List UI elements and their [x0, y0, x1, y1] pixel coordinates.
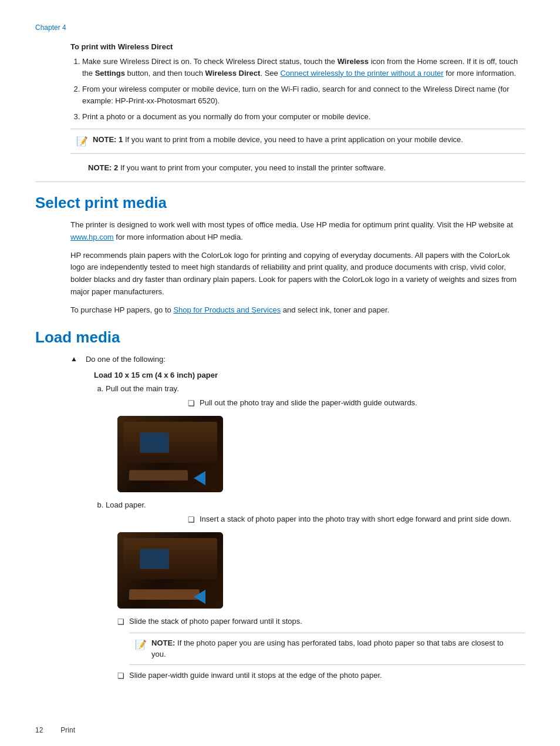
printer-screen-1: [140, 432, 169, 453]
step-1: Make sure Wireless Direct is on. To chec…: [82, 56, 525, 79]
note-1-label: NOTE: 1: [93, 135, 123, 144]
printer-tray-2: [129, 589, 200, 600]
footer-section: Print: [60, 726, 75, 734]
step-a-sub-item: ❑ Pull out the photo tray and slide the …: [188, 397, 525, 409]
do-one-line: ▲ Do one of the following:: [35, 354, 525, 365]
load-media-title: Load media: [35, 328, 525, 347]
step1-mid2: button, and then touch: [125, 69, 205, 78]
step-a-sub-text: Pull out the photo tray and slide the pa…: [200, 397, 417, 409]
note-1-content: NOTE: 1 If you want to print from a mobi…: [93, 134, 463, 146]
note-icon-1: 📝: [76, 135, 88, 149]
printer-image-1: [117, 416, 223, 492]
divider-1: [35, 182, 525, 182]
hp-com-link[interactable]: www.hp.com: [70, 233, 114, 241]
connect-wirelessly-link[interactable]: Connect wirelessly to the printer withou…: [280, 69, 443, 78]
triangle-icon: ▲: [70, 354, 77, 364]
checkbox-icon-d: ❑: [117, 670, 124, 682]
step-c-item: ❑ Slide the stack of photo paper forward…: [117, 616, 525, 628]
printer-body-1: [123, 422, 217, 463]
step1-see: . See: [260, 69, 280, 78]
step1-wireless-bold: Wireless: [338, 57, 369, 66]
step-a-checkbox-list: ❑ Pull out the photo tray and slide the …: [106, 397, 525, 409]
arrow-blue-1: [194, 471, 205, 485]
page-footer: 12 Print: [35, 726, 75, 734]
printer-body-2: [123, 538, 217, 579]
step-b-checkbox-list: ❑ Insert a stack of photo paper into the…: [106, 513, 525, 526]
arrow-blue-2: [194, 590, 205, 604]
alpha-steps-list-b: Load paper. ❑ Insert a stack of photo pa…: [35, 499, 525, 525]
note-2-indent: NOTE: 2 If you want to print from your c…: [82, 159, 525, 177]
step-d-item: ❑ Slide paper-width guide inward until i…: [117, 670, 525, 682]
load-subsection-title: Load 10 x 15 cm (4 x 6 inch) paper: [35, 371, 525, 379]
step-d-text: Slide paper-width guide inward until it …: [129, 670, 382, 681]
alpha-steps-list: Pull out the main tray. ❑ Pull out the p…: [35, 383, 525, 409]
note-1-box: 📝 NOTE: 1 If you want to print from a mo…: [70, 129, 525, 154]
step-b-sub-item: ❑ Insert a stack of photo paper into the…: [188, 513, 525, 526]
printer-tray-1: [129, 470, 188, 480]
printer-image-inner-1: [117, 416, 223, 492]
step-b-sub-text: Insert a stack of photo paper into the p…: [200, 513, 511, 525]
select-print-para2: HP recommends plain papers with the Colo…: [35, 250, 525, 298]
checkbox-icon-b: ❑: [188, 514, 195, 526]
footer-page-number: 12: [35, 726, 43, 734]
step-d-list: ❑ Slide paper-width guide inward until i…: [35, 670, 525, 682]
step-3: Print a photo or a document as you norma…: [82, 111, 525, 123]
steps-list: Make sure Wireless Direct is on. To chec…: [35, 56, 525, 123]
alpha-step-a: Pull out the main tray. ❑ Pull out the p…: [106, 383, 525, 409]
step-b-text: Load paper.: [106, 500, 146, 509]
step-c-text: Slide the stack of photo paper forward u…: [129, 616, 302, 627]
step-c-list: ❑ Slide the stack of photo paper forward…: [35, 616, 525, 628]
select-print-para1: The printer is designed to work well wit…: [35, 219, 525, 244]
step1-wd-bold: Wireless Direct: [205, 69, 261, 78]
select-print-para3: To purchase HP papers, go to Shop for Pr…: [35, 304, 525, 317]
note-inline-text: If the photo paper you are using has per…: [151, 639, 504, 659]
note-inline-box: 📝 NOTE: If the photo paper you are using…: [129, 633, 525, 665]
step1-text-before: Make sure Wireless Direct is on. To chec…: [82, 57, 338, 66]
step1-settings-bold: Settings: [95, 69, 125, 78]
printer-screen-2: [140, 549, 169, 569]
printer-image-inner-2: [117, 532, 223, 609]
note-2-label: NOTE: 2: [88, 163, 118, 172]
checkbox-icon-c: ❑: [117, 616, 124, 628]
do-one-text: Do one of the following:: [86, 354, 166, 365]
note-inline-icon: 📝: [135, 638, 147, 652]
note-2-text: If you want to print from your computer,…: [120, 163, 386, 172]
load-media-section: Load media ▲ Do one of the following: Lo…: [35, 328, 525, 682]
wireless-direct-title: To print with Wireless Direct: [35, 42, 525, 51]
step1-end2: for more information.: [444, 69, 517, 78]
note-inline-label: NOTE:: [151, 639, 175, 647]
alpha-step-b: Load paper. ❑ Insert a stack of photo pa…: [106, 499, 525, 525]
select-print-media-title: Select print media: [35, 194, 525, 212]
note-1-text: If you want to print from a mobile devic…: [125, 135, 463, 144]
chapter-label: Chapter 4: [35, 23, 525, 32]
note-inline-content: NOTE: If the photo paper you are using h…: [151, 637, 519, 660]
shop-link[interactable]: Shop for Products and Services: [173, 305, 281, 314]
checkbox-icon-a: ❑: [188, 398, 195, 409]
step-a-text: Pull out the main tray.: [106, 384, 179, 393]
printer-image-2: [117, 532, 223, 609]
step-2: From your wireless computer or mobile de…: [82, 83, 525, 106]
